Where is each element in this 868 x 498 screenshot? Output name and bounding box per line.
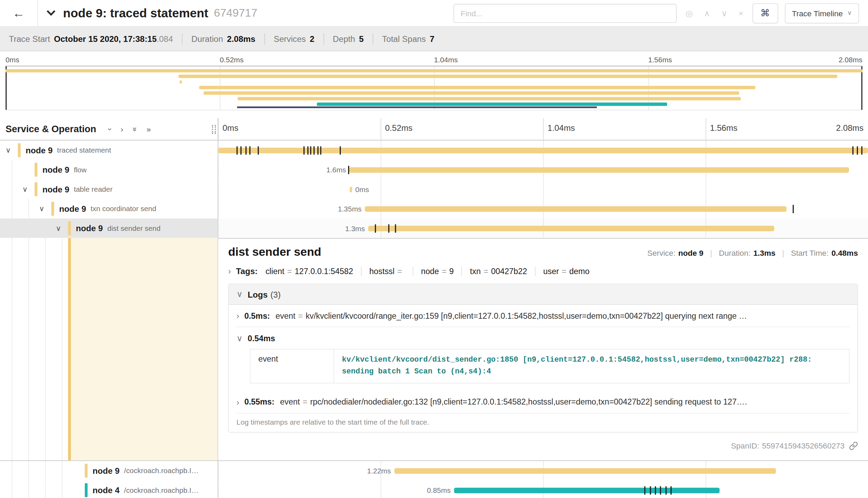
expand-all-icon[interactable]: »: [147, 125, 151, 134]
chevron-right-icon[interactable]: ›: [237, 397, 239, 407]
duration-label: Duration: [192, 34, 223, 43]
log-entry[interactable]: › 0.55ms: event=rpc/nodedialer/nodediale…: [237, 391, 850, 413]
keyboard-shortcuts-button[interactable]: ⌘: [752, 3, 778, 23]
span-tree-item[interactable]: ∨ node 9 txn coordinator send: [0, 199, 218, 218]
span-tree-item[interactable]: node 9 flow: [0, 160, 218, 179]
span-bar-cell[interactable]: [218, 141, 868, 160]
column-resizer-grip[interactable]: [212, 125, 216, 134]
minimap-span-bar: [6, 69, 862, 73]
log-marker: [320, 146, 321, 154]
span-bar-cell[interactable]: 1.3ms: [218, 218, 868, 238]
chevron-down-icon[interactable]: ∨: [237, 333, 243, 343]
span-bar-cell[interactable]: 0ms: [218, 180, 868, 199]
service-name: node 4: [92, 486, 119, 495]
collapse-one-icon[interactable]: ›: [105, 128, 114, 130]
log-entry[interactable]: › 0.5ms: event=kv/kvclient/kvcoord/range…: [237, 305, 850, 327]
service-name: node 9: [42, 184, 69, 194]
span-bar-cell[interactable]: 0.85ms: [218, 480, 868, 498]
span-bar-cell[interactable]: 1.6ms: [218, 160, 868, 179]
chevron-down-icon[interactable]: ∨: [56, 224, 68, 232]
duration-value: 2.08ms: [227, 34, 255, 43]
service-color-bar: [18, 143, 21, 157]
span-duration-bar[interactable]: [350, 187, 352, 192]
span-bar-cell[interactable]: 1.22ms: [218, 461, 868, 480]
expand-one-icon[interactable]: ›: [121, 125, 123, 134]
minimap-left-handle[interactable]: [6, 66, 7, 110]
span-duration-bar[interactable]: [218, 147, 868, 153]
span-tree-item[interactable]: ∨ node 9 dist sender send: [0, 218, 218, 238]
chevron-right-icon[interactable]: ›: [228, 266, 231, 276]
span-detail-gutter: [0, 238, 218, 461]
divider: [373, 33, 373, 44]
services-label: Services: [274, 34, 306, 43]
indent-guide: [12, 461, 12, 480]
span-duration-bar[interactable]: [394, 468, 776, 473]
minimap-span-bar: [204, 91, 739, 95]
duration-label: Duration:: [719, 248, 750, 257]
collapse-trace-header-chevron-icon[interactable]: [47, 7, 55, 16]
span-bar-cell[interactable]: 1.35ms: [218, 199, 868, 218]
next-match-icon[interactable]: ∨: [721, 8, 727, 18]
jaeger-trace-page: ← node 9: traced statement 6749717 ◎ ∧ ∨…: [0, 0, 868, 498]
chevron-down-icon[interactable]: ∨: [6, 146, 18, 154]
log-summary: event=kv/kvclient/kvcoord/range_iter.go:…: [276, 311, 850, 320]
span-row: node 9 flow 1.6ms: [0, 160, 868, 179]
tags-accordion[interactable]: › Tags: client=127.0.0.1:54582 hostssl= …: [228, 266, 858, 276]
span-tree-item[interactable]: node 4 /cockroach.roachpb.I…: [0, 480, 218, 498]
logs-count: (3): [271, 290, 281, 299]
operation-name: /cockroach.roachpb.I…: [124, 467, 198, 475]
logs-accordion-header[interactable]: ∨ Logs (3): [229, 284, 857, 305]
span-id-value: 5597415943526560273: [762, 441, 844, 450]
log-marker: [236, 146, 237, 154]
minimap-dark-bar: [237, 107, 597, 108]
span-row: ∨ node 9 table reader 0ms: [0, 180, 868, 199]
indent-guide: [62, 461, 63, 480]
span-row: ∨ node 9 dist sender send 1.3ms: [0, 218, 868, 238]
find-controls: ◎ ∧ ∨ ×: [685, 8, 743, 18]
span-duration-bar[interactable]: [349, 167, 849, 172]
start-time-value: 0.48ms: [831, 248, 858, 257]
span-duration-bar[interactable]: [454, 487, 720, 493]
span-tree-item[interactable]: ∨ node 9 traced statement: [0, 141, 218, 160]
chevron-down-icon[interactable]: ∨: [22, 185, 34, 193]
trace-id: 6749717: [214, 7, 257, 19]
minimap-right-handle[interactable]: [861, 66, 862, 110]
axis-tick: 0ms: [223, 123, 239, 133]
span-operation-title: dist sender send: [228, 245, 321, 259]
indent-guide: [45, 218, 46, 238]
indent-guide: [12, 160, 12, 179]
deep-link-icon[interactable]: [849, 441, 858, 450]
indent-guide: [28, 461, 29, 480]
span-row: node 4 /cockroach.roachpb.I… 0.85ms: [0, 480, 868, 498]
chevron-down-icon: ∨: [847, 9, 852, 17]
find-input[interactable]: [453, 3, 676, 22]
service-operation-title: Service & Operation: [6, 124, 96, 135]
span-duration-label: 1.6ms: [326, 165, 346, 174]
trace-view-dropdown[interactable]: Trace Timeline ∨: [785, 3, 859, 23]
span-duration-bar[interactable]: [365, 206, 787, 211]
back-button[interactable]: ←: [0, 0, 38, 26]
service-color-bar: [68, 221, 71, 235]
operation-name: flow: [74, 165, 87, 174]
log-summary: event=rpc/nodedialer/nodedialer.go:132 […: [280, 398, 849, 407]
span-tree-item[interactable]: node 9 /cockroach.roachpb.I…: [0, 461, 218, 480]
service-color-bar: [85, 483, 88, 497]
minimap-canvas[interactable]: [6, 66, 862, 110]
log-marker: [660, 486, 661, 494]
minimap-span-bar: [238, 97, 741, 100]
collapse-all-icon[interactable]: »: [130, 127, 139, 132]
log-marker: [857, 146, 858, 154]
span-tree-item[interactable]: ∨ node 9 table reader: [0, 180, 218, 199]
total-spans-value: 7: [430, 34, 434, 43]
match-highlight-icon[interactable]: ◎: [685, 8, 693, 18]
tag-item: node=9: [413, 267, 454, 276]
clear-find-icon[interactable]: ×: [738, 8, 743, 18]
service-color-bar: [35, 163, 37, 176]
indent-guide: [12, 238, 12, 461]
prev-match-icon[interactable]: ∧: [704, 8, 710, 18]
chevron-right-icon[interactable]: ›: [237, 311, 239, 320]
chevron-down-icon[interactable]: ∨: [39, 205, 51, 213]
span-duration-bar[interactable]: [368, 225, 774, 231]
service-name: node 9: [42, 165, 69, 174]
log-entry-header[interactable]: ∨ 0.54ms: [237, 333, 850, 343]
